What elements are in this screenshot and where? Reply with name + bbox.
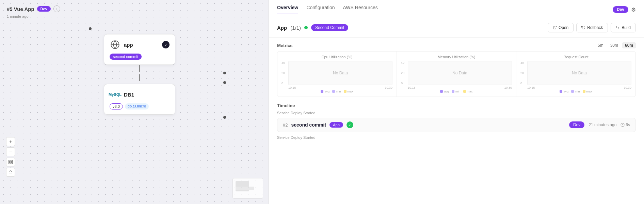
time-btn-30m[interactable]: 30m <box>608 42 621 48</box>
minimap <box>232 178 263 199</box>
cpu-chart-area: 40 20 0 No Data 10:15 10:30 <box>281 61 392 88</box>
connector-dot-lower <box>223 81 226 84</box>
svg-rect-5 <box>9 172 12 174</box>
connector-line-1 <box>139 65 140 72</box>
tab-overview[interactable]: Overview <box>277 5 298 14</box>
connector-dot-bottom <box>223 116 226 119</box>
cpu-chart: Cpu Utilization (%) 40 20 0 No Data 10:1… <box>277 52 397 97</box>
timeline-event-1: Service Deploy Started #2 second commit … <box>277 111 636 132</box>
app-commit-tag[interactable]: second commit <box>110 54 142 60</box>
timeline-title: Timeline <box>277 103 295 108</box>
rollback-button[interactable]: Rollback <box>576 23 608 32</box>
event-duration: 6s <box>621 122 630 127</box>
event-time: 21 minutes ago <box>589 122 616 127</box>
memory-chart-body: No Data <box>408 61 512 85</box>
time-btn-5m[interactable]: 5m <box>595 42 606 48</box>
tab-configuration[interactable]: Configuration <box>306 5 335 14</box>
memory-chart: Memory Utilization (%) 40 20 0 No Data 1… <box>397 52 516 97</box>
app-card-name: app <box>124 42 159 48</box>
time-controls: 5m 30m 60m <box>595 42 636 48</box>
cpu-y-labels: 40 20 0 <box>281 61 285 85</box>
mem-legend-avg: avg <box>440 90 449 93</box>
zoom-fit-button[interactable] <box>6 158 15 166</box>
event-app-tag[interactable]: App <box>329 122 343 128</box>
globe-icon <box>110 39 120 50</box>
app-label: App <box>277 25 287 31</box>
db-instance-tag[interactable]: db.t3.micro <box>125 103 149 110</box>
lock-button[interactable] <box>6 168 15 177</box>
mem-legend-min: min <box>452 90 461 93</box>
action-buttons: Open Rollback Build <box>548 23 636 32</box>
memory-y-labels: 40 20 0 <box>401 61 404 85</box>
zoom-out-button[interactable]: − <box>6 147 15 156</box>
left-header: #5 Vue App Dev + <box>7 5 60 12</box>
app-title: #5 Vue App <box>7 6 34 12</box>
event-row-1[interactable]: #2 second commit App ✓ Dev 21 minutes ag… <box>277 118 636 132</box>
time-btn-60m[interactable]: 60m <box>622 42 636 48</box>
svg-rect-3 <box>9 162 10 164</box>
app-fraction: (1/1) <box>290 25 301 31</box>
last-update-time: 1 minute ago <box>7 14 29 18</box>
app-card-header: app ✓ <box>110 39 170 50</box>
zoom-controls: + − <box>6 137 15 177</box>
mysql-icon: MySQL <box>110 89 120 100</box>
memory-chart-title: Memory Utilization (%) <box>401 55 512 59</box>
success-checkmark-icon: ✓ <box>347 121 353 128</box>
top-bar: Overview Configuration AWS Resources Dev… <box>277 5 636 14</box>
memory-chart-area: 40 20 0 No Data 10:15 10:30 <box>401 61 512 88</box>
cpu-legend: avg min max <box>281 90 392 93</box>
req-legend-max: max <box>583 90 592 93</box>
svg-rect-1 <box>9 160 10 162</box>
metrics-title: Metrics <box>277 43 293 48</box>
db-tags: v8.0 db.t3.micro <box>110 103 170 110</box>
request-x-labels: 10:15 10:30 <box>527 86 631 89</box>
cpu-chart-title: Cpu Utilization (%) <box>281 55 392 59</box>
event-section-label-2: Service Deploy Started <box>277 135 636 140</box>
event-env-badge: Dev <box>569 121 584 128</box>
db-card-header: MySQL DB1 <box>110 89 170 100</box>
request-y-labels: 40 20 0 <box>520 61 524 85</box>
commit-badge[interactable]: Second Commit <box>311 24 348 31</box>
memory-legend: avg min max <box>401 90 512 93</box>
settings-icon[interactable]: ⚙ <box>631 6 636 13</box>
request-chart-area: 40 20 0 No Data 10:15 10:30 <box>520 61 631 88</box>
memory-x-labels: 10:15 10:30 <box>408 86 512 89</box>
timeline-section: Timeline Service Deploy Started #2 secon… <box>269 99 644 204</box>
cpu-x-labels: 10:15 10:30 <box>288 86 392 89</box>
add-icon[interactable]: + <box>53 5 60 12</box>
top-right-controls: Dev ⚙ <box>613 6 636 13</box>
right-panel: Overview Configuration AWS Resources Dev… <box>269 0 644 204</box>
request-legend: avg min max <box>520 90 631 93</box>
request-chart: Request Count 40 20 0 No Data 10:15 10:3… <box>516 52 635 97</box>
connector-dot-top <box>89 27 92 30</box>
timeline-event-2: Service Deploy Started <box>277 135 636 140</box>
build-button[interactable]: Build <box>611 23 636 32</box>
env-badge: Dev <box>37 6 51 12</box>
connector-line-2 <box>139 74 140 81</box>
right-header: Overview Configuration AWS Resources Dev… <box>269 0 644 18</box>
zoom-in-button[interactable]: + <box>6 137 15 146</box>
legend-max: max <box>344 90 353 93</box>
diagram-area: app ✓ second commit MySQL DB1 v8.0 db.t3… <box>54 27 225 119</box>
db-card[interactable]: MySQL DB1 v8.0 db.t3.micro <box>104 84 175 115</box>
commit-name: second commit <box>291 122 326 128</box>
db-version-tag[interactable]: v8.0 <box>110 103 123 110</box>
app-card[interactable]: app ✓ second commit <box>104 34 175 65</box>
app-status-row: App (1/1) Second Commit Open Rollback Bu… <box>269 18 644 38</box>
legend-min: min <box>332 90 341 93</box>
svg-rect-4 <box>11 162 12 164</box>
req-legend-avg: avg <box>560 90 568 93</box>
open-button[interactable]: Open <box>548 23 574 32</box>
tab-aws-resources[interactable]: AWS Resources <box>343 5 378 14</box>
connector-dot-mid <box>223 72 226 74</box>
svg-line-6 <box>554 26 557 28</box>
mem-legend-max: max <box>463 90 473 93</box>
request-chart-title: Request Count <box>520 55 631 59</box>
status-green-dot <box>304 26 308 29</box>
cpu-chart-body: No Data <box>288 61 392 85</box>
left-panel: #5 Vue App Dev + 1 minute ago app ✓ <box>0 0 269 204</box>
request-chart-body: No Data <box>527 61 631 85</box>
req-legend-min: min <box>571 90 580 93</box>
env-badge-right[interactable]: Dev <box>613 6 628 13</box>
metrics-section: Metrics 5m 30m 60m Cpu Utilization (%) 4… <box>269 38 644 99</box>
